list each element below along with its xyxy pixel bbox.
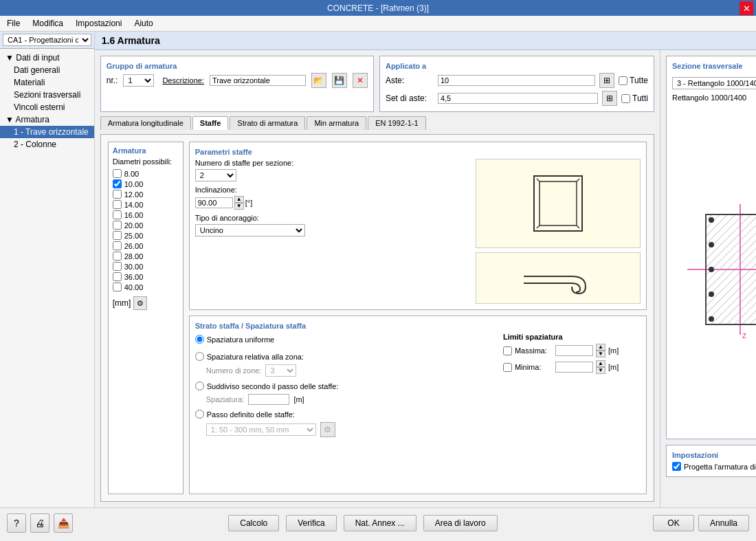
sidebar-item-dati-generali[interactable]: Dati generali bbox=[0, 64, 94, 76]
menu-modifica[interactable]: Modifica bbox=[30, 17, 66, 30]
menu-file[interactable]: File bbox=[4, 17, 23, 30]
tab-strato-armatura[interactable]: Strato di armatura bbox=[230, 116, 305, 130]
numero-staffe-select[interactable]: 2134 bbox=[195, 169, 236, 181]
sidebar-item-colonne[interactable]: 2 - Colonne bbox=[0, 138, 94, 151]
minima-input[interactable] bbox=[555, 362, 593, 373]
checkbox-item: 8.00 bbox=[113, 168, 179, 179]
diameter-checkbox-26.00[interactable] bbox=[113, 241, 122, 250]
verifica-btn[interactable]: Verifica bbox=[286, 515, 336, 531]
diameter-checkbox-12.00[interactable] bbox=[113, 190, 122, 199]
diameter-label: 12.00 bbox=[124, 190, 144, 199]
diameter-checkbox-30.00[interactable] bbox=[113, 262, 122, 271]
sezione-dropdown[interactable]: 3 - Rettangolo 1000/1400 bbox=[672, 77, 756, 89]
aste-select-btn[interactable]: ⊞ bbox=[599, 73, 614, 88]
staffe-svg bbox=[527, 169, 589, 238]
massima-down[interactable]: ▼ bbox=[596, 351, 605, 357]
radio-spaziatura-uniforme[interactable] bbox=[195, 335, 204, 344]
descrizione-input[interactable] bbox=[210, 75, 306, 86]
tab-en1992[interactable]: EN 1992-1-1 bbox=[368, 116, 425, 130]
menu-impostazioni[interactable]: Impostazioni bbox=[73, 17, 124, 30]
help-btn[interactable]: ? bbox=[7, 514, 26, 533]
passo-select[interactable]: 1: 50 - 300 mm, 50 mm bbox=[206, 423, 316, 436]
tutti-checkbox[interactable] bbox=[621, 94, 630, 103]
sidebar-item-sezioni-trasversali[interactable]: Sezioni trasversali bbox=[0, 89, 94, 101]
parametri-label: Parametri staffe bbox=[195, 148, 641, 156]
strato-label: Strato staffa / Spaziatura staffa bbox=[195, 322, 641, 330]
diameter-checkbox-20.00[interactable] bbox=[113, 221, 122, 230]
bottom-center-buttons: Calcolo Verifica Nat. Annex ... Area di … bbox=[78, 515, 647, 531]
set-aste-select-btn[interactable]: ⊞ bbox=[602, 91, 617, 106]
bottom-left-buttons: ? 🖨 📤 bbox=[7, 514, 73, 533]
spaziatura-input[interactable] bbox=[248, 394, 289, 405]
tab-armatura-longitudinale[interactable]: Armatura longitudinale bbox=[100, 116, 191, 130]
diameter-checkbox-28.00[interactable] bbox=[113, 252, 122, 261]
massima-up[interactable]: ▲ bbox=[596, 344, 605, 351]
armatura-section-label: Armatura bbox=[113, 146, 179, 155]
massima-input[interactable] bbox=[555, 345, 593, 356]
diameter-checkbox-25.00[interactable] bbox=[113, 231, 122, 240]
menu-aiuto[interactable]: Aiuto bbox=[131, 17, 155, 30]
ok-btn[interactable]: OK bbox=[653, 515, 694, 531]
close-button[interactable]: ✕ bbox=[740, 1, 753, 15]
tipo-ancoraggio-select[interactable]: UncinoDrittoGancio bbox=[195, 224, 305, 236]
applicato-a-box: Applicato a Aste: ⊞ Tutte bbox=[379, 56, 654, 112]
minima-up[interactable]: ▲ bbox=[596, 360, 605, 367]
sidebar-tree: ▼ Dati di input Dati generali Materiali … bbox=[0, 49, 94, 507]
inclinazione-down[interactable]: ▼ bbox=[234, 203, 244, 210]
nat-annex-btn[interactable]: Nat. Annex ... bbox=[344, 515, 416, 531]
radio-suddiviso[interactable] bbox=[195, 382, 204, 390]
parametri-staffe-box: Parametri staffe Numero di staffe per se… bbox=[189, 142, 647, 310]
diameter-checkbox-16.00[interactable] bbox=[113, 210, 122, 219]
calcolo-btn[interactable]: Calcolo bbox=[228, 515, 279, 531]
minima-checkbox[interactable] bbox=[503, 363, 512, 372]
delete-icon-btn[interactable]: ✕ bbox=[353, 73, 368, 88]
diameter-checkbox-8.00[interactable] bbox=[113, 169, 122, 178]
expand-icon2: ▼ bbox=[5, 115, 16, 124]
content-body: Gruppo di armatura nr.: 1 Descrizione: 📂 bbox=[95, 50, 756, 507]
checkboxes-list: 8.0010.0012.0014.0016.0020.0025.0026.002… bbox=[113, 168, 179, 292]
export-btn[interactable]: 📤 bbox=[54, 514, 73, 533]
area-lavoro-btn[interactable]: Area di lavoro bbox=[423, 515, 498, 531]
sidebar-item-dati-input[interactable]: ▼ Dati di input bbox=[0, 52, 94, 64]
svg-point-18 bbox=[709, 242, 714, 247]
aste-input[interactable] bbox=[438, 75, 595, 86]
checkbox-item: 20.00 bbox=[113, 220, 179, 230]
minima-label: Minima: bbox=[515, 363, 553, 371]
massima-checkbox[interactable] bbox=[503, 346, 512, 355]
checkbox-item: 26.00 bbox=[113, 241, 179, 251]
progetta-label: Progetta l'armatura disposta bbox=[684, 463, 756, 471]
save-icon-btn[interactable]: 💾 bbox=[332, 73, 347, 88]
numero-zone-select[interactable]: 3 bbox=[265, 364, 296, 377]
radio-passo-definito[interactable] bbox=[195, 410, 204, 419]
diameter-checkbox-14.00[interactable] bbox=[113, 200, 122, 209]
minima-down[interactable]: ▼ bbox=[596, 367, 605, 374]
diameter-checkbox-36.00[interactable] bbox=[113, 272, 122, 281]
diameter-checkbox-40.00[interactable] bbox=[113, 283, 122, 291]
sidebar-dropdown[interactable]: CA1 - Progettazioni delle aste di bbox=[3, 34, 91, 46]
diameter-label: 10.00 bbox=[124, 180, 144, 188]
annulla-btn[interactable]: Annulla bbox=[698, 515, 749, 531]
diameter-checkbox-10.00[interactable] bbox=[113, 179, 122, 188]
sidebar-item-materiali[interactable]: Materiali bbox=[0, 76, 94, 89]
radio-spaziatura-relativa[interactable] bbox=[195, 352, 204, 361]
mm-label: [mm] bbox=[113, 298, 131, 308]
settings-btn[interactable]: ⚙ bbox=[133, 296, 147, 310]
open-icon-btn[interactable]: 📂 bbox=[311, 73, 326, 88]
sidebar-item-trave-orizzontale[interactable]: 1 - Trave orizzontale bbox=[0, 126, 94, 138]
tab-staffe[interactable]: Staffe bbox=[192, 116, 229, 130]
progetta-checkbox[interactable] bbox=[672, 462, 681, 471]
inclinazione-input[interactable] bbox=[195, 197, 233, 208]
tutte-checkbox[interactable] bbox=[619, 76, 627, 85]
inclinazione-up[interactable]: ▲ bbox=[234, 196, 244, 203]
radio-suddiviso-label: Suddiviso secondo il passo delle staffe: bbox=[207, 382, 339, 390]
passo-settings-btn[interactable]: ⚙ bbox=[320, 422, 335, 437]
nr-select[interactable]: 1 bbox=[123, 74, 154, 87]
diameter-label: 16.00 bbox=[124, 211, 144, 219]
diameter-label: 14.00 bbox=[124, 201, 144, 209]
sidebar-item-vincoli-esterni[interactable]: Vincoli esterni bbox=[0, 101, 94, 113]
set-aste-input[interactable] bbox=[438, 93, 598, 104]
print-btn[interactable]: 🖨 bbox=[30, 514, 49, 533]
svg-rect-0 bbox=[534, 176, 582, 231]
tab-min-armatura[interactable]: Min armatura bbox=[307, 116, 366, 130]
sidebar-item-armatura[interactable]: ▼ Armatura bbox=[0, 113, 94, 126]
